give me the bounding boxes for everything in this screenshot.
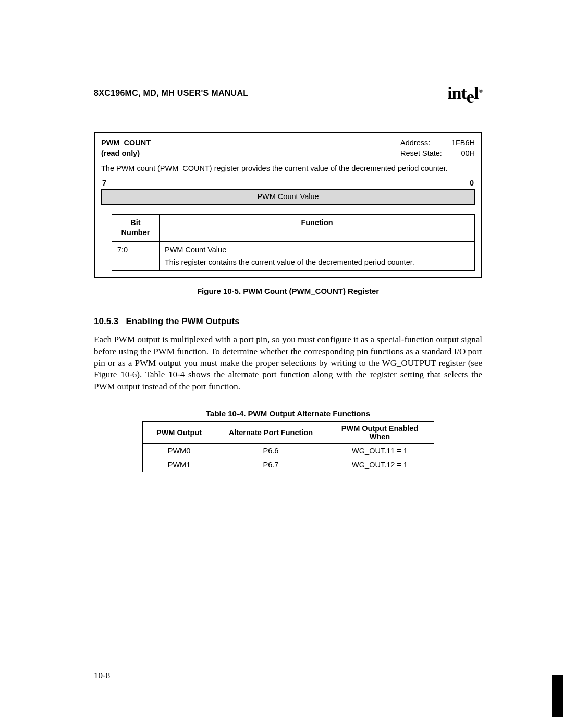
cell-bit-range: 7:0: [112, 241, 160, 270]
cell: WG_OUT.12 = 1: [326, 458, 434, 472]
col-pwm-output: PWM Output: [142, 422, 216, 444]
reset-label: Reset State:: [400, 149, 442, 159]
register-meta: Address: 1FB6H Reset State: 00H: [400, 138, 475, 158]
table-row: PWM0 P6.6 WG_OUT.11 = 1: [142, 444, 434, 458]
register-access: (read only): [101, 149, 151, 159]
cell: PWM0: [142, 444, 216, 458]
alternate-functions-table: PWM Output Alternate Port Function PWM O…: [142, 421, 434, 472]
section-number: 10.5.3: [94, 316, 118, 326]
table-row: 7:0 PWM Count Value This register contai…: [112, 241, 475, 270]
bit-high: 7: [102, 178, 106, 189]
reset-value: 00H: [451, 149, 475, 159]
cell-function: PWM Count Value This register contains t…: [160, 241, 475, 270]
print-crop-mark: [552, 675, 563, 717]
bit-index-row: 7 0: [101, 178, 475, 189]
func-title: PWM Count Value: [165, 245, 226, 254]
table-header-row: PWM Output Alternate Port Function PWM O…: [142, 422, 434, 444]
section-heading: 10.5.3 Enabling the PWM Outputs: [94, 316, 482, 327]
page: 8XC196MC, MD, MH USER'S MANUAL intel® PW…: [0, 0, 563, 728]
table-caption: Table 10-4. PWM Output Alternate Functio…: [94, 409, 482, 418]
col-function: Function: [160, 214, 475, 241]
function-table: Bit Number Function 7:0 PWM Count Value …: [112, 214, 475, 271]
body-paragraph: Each PWM output is multiplexed with a po…: [94, 334, 482, 392]
cell: P6.7: [216, 458, 326, 472]
col-enabled-when: PWM Output Enabled When: [326, 422, 434, 444]
col-alt-port: Alternate Port Function: [216, 422, 326, 444]
address-label: Address:: [400, 138, 442, 149]
section-title: Enabling the PWM Outputs: [126, 316, 239, 326]
bit-field: PWM Count Value: [101, 189, 475, 205]
bit-low: 0: [470, 178, 474, 189]
cell: WG_OUT.11 = 1: [326, 444, 434, 458]
col-bit-number: Bit Number: [112, 214, 160, 241]
intel-logo: intel®: [447, 83, 482, 103]
figure-caption: Figure 10-5. PWM Count (PWM_COUNT) Regis…: [94, 287, 482, 295]
func-desc: This register contains the current value…: [165, 257, 469, 268]
table-row: PWM1 P6.7 WG_OUT.12 = 1: [142, 458, 434, 472]
register-description: The PWM count (PWM_COUNT) register provi…: [101, 164, 475, 174]
address-value: 1FB6H: [451, 138, 475, 149]
register-box: PWM_COUNT (read only) Address: 1FB6H Res…: [94, 132, 482, 278]
cell: P6.6: [216, 444, 326, 458]
table-header-row: Bit Number Function: [112, 214, 475, 241]
page-header: 8XC196MC, MD, MH USER'S MANUAL intel®: [94, 83, 482, 103]
register-name-block: PWM_COUNT (read only): [101, 138, 151, 158]
page-number: 10-8: [94, 671, 110, 681]
cell: PWM1: [142, 458, 216, 472]
register-name: PWM_COUNT: [101, 139, 151, 147]
document-title: 8XC196MC, MD, MH USER'S MANUAL: [94, 89, 248, 98]
